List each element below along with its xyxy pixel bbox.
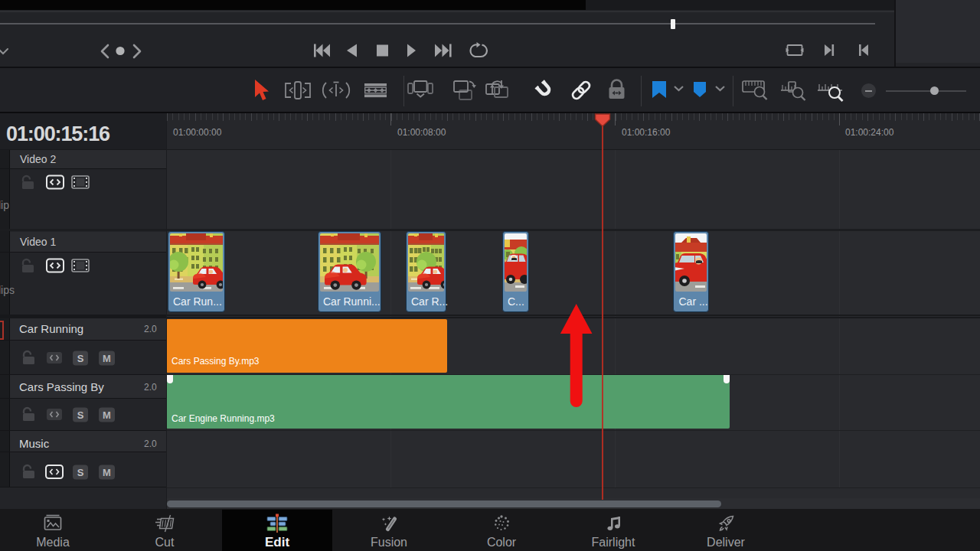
svg-text:M: M [103, 353, 111, 364]
svg-text:S: S [77, 353, 84, 364]
svg-text:M: M [103, 409, 111, 421]
svg-text:S: S [77, 409, 84, 421]
svg-text:S: S [77, 467, 84, 478]
svg-text:M: M [103, 467, 111, 478]
